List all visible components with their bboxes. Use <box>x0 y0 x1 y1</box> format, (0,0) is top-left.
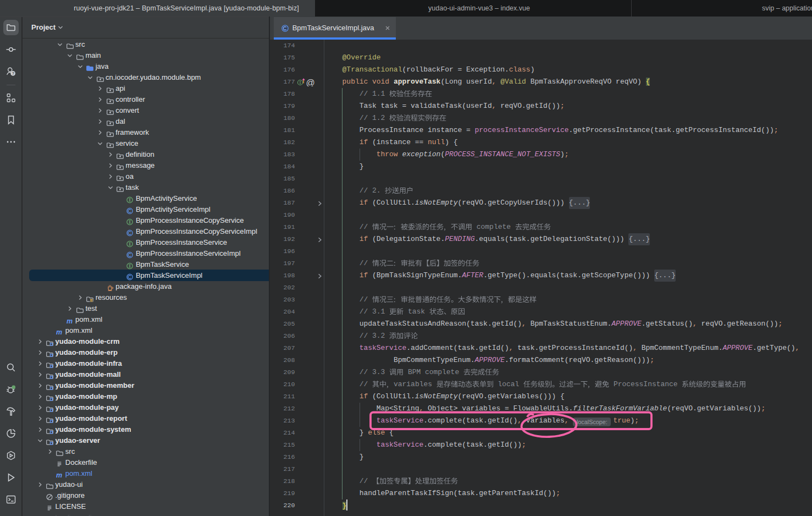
svg-text:m: m <box>56 471 62 479</box>
svg-text:@: @ <box>306 78 315 86</box>
svg-text:?: ? <box>12 72 14 75</box>
svg-text:m: m <box>56 328 62 336</box>
svg-text:m: m <box>67 317 73 325</box>
